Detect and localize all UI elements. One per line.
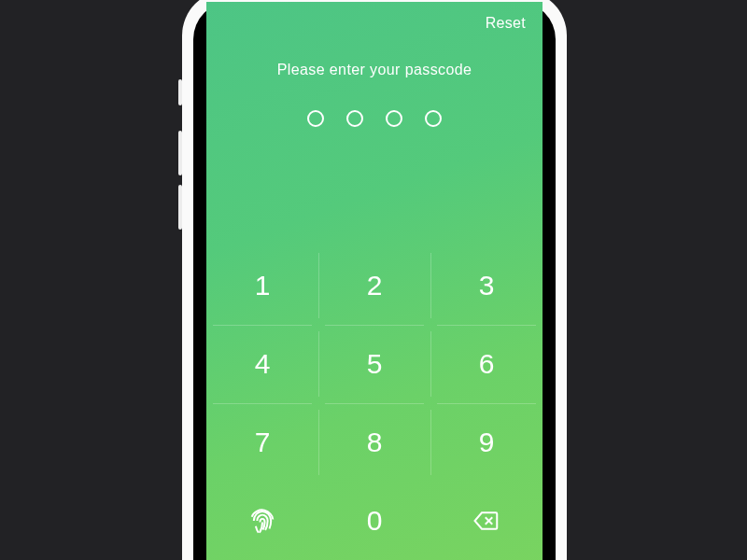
phone-side-button <box>178 131 182 175</box>
passcode-dot <box>346 110 363 127</box>
keypad: 1 2 3 4 5 6 7 8 9 <box>206 246 543 560</box>
backspace-button[interactable] <box>430 482 543 560</box>
fingerprint-button[interactable] <box>206 482 318 560</box>
key-5[interactable]: 5 <box>318 325 430 403</box>
phone-frame: Reset Please enter your passcode 1 2 3 4… <box>182 0 567 560</box>
key-3[interactable]: 3 <box>430 246 543 325</box>
phone-bezel: Reset Please enter your passcode 1 2 3 4… <box>193 2 556 560</box>
passcode-dots <box>206 110 543 127</box>
key-0[interactable]: 0 <box>318 482 430 560</box>
reset-button[interactable]: Reset <box>486 15 526 32</box>
fingerprint-icon <box>247 505 278 537</box>
phone-side-button <box>178 79 182 105</box>
passcode-dot <box>307 110 324 127</box>
passcode-dot <box>425 110 442 127</box>
passcode-dot <box>386 110 402 127</box>
passcode-prompt: Please enter your passcode <box>206 62 543 78</box>
key-4[interactable]: 4 <box>206 325 318 403</box>
passcode-screen: Reset Please enter your passcode 1 2 3 4… <box>206 2 543 560</box>
key-7[interactable]: 7 <box>206 403 318 482</box>
key-1[interactable]: 1 <box>206 246 318 325</box>
key-2[interactable]: 2 <box>318 246 430 325</box>
phone-side-button <box>178 185 182 230</box>
key-8[interactable]: 8 <box>318 403 430 482</box>
backspace-icon <box>472 507 500 535</box>
key-9[interactable]: 9 <box>430 403 543 482</box>
key-6[interactable]: 6 <box>430 325 543 403</box>
